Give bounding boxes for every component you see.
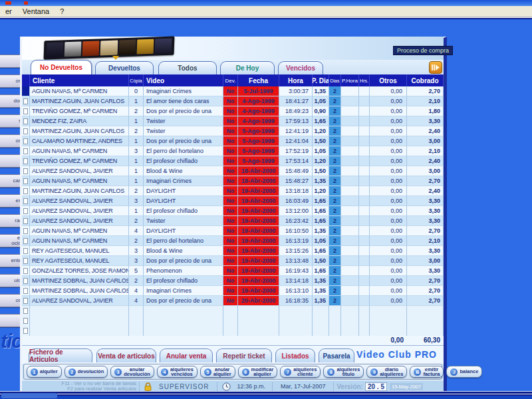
row-selector[interactable] [22,276,30,286]
table-row[interactable]: REY AGATESEGUI, MANUEL 3 Dos por el prec… [22,256,444,266]
table-row[interactable]: AGUIN NAVAS, Mª CARMEN 4 DAYLIGHT No 19-… [22,226,444,236]
module-tab[interactable]: Fichero de Articulos [29,348,92,362]
row-selector[interactable] [22,86,30,96]
row-selector-checkbox[interactable] [23,98,28,104]
row-selector-checkbox[interactable] [23,148,28,154]
row-selector[interactable] [22,236,30,246]
row-selector-checkbox[interactable] [23,328,28,334]
row-selector-checkbox[interactable] [23,228,28,234]
action-button[interactable]: 3 anular devolución [110,366,154,378]
table-row[interactable]: MARTINEZ SOBRAL, JUAN CARLOS 2 El profes… [22,276,444,286]
menu-item[interactable]: Ventana [17,7,55,16]
row-selector[interactable] [22,126,30,136]
row-selector[interactable] [22,106,30,116]
module-tab[interactable]: Pasarela [319,348,354,362]
fast-forward-button[interactable] [429,61,442,74]
row-selector[interactable] [22,186,30,196]
row-selector-checkbox[interactable] [23,108,28,114]
filter-tab[interactable]: Todos [158,61,217,74]
table-row[interactable]: AGUIN NAVAS, Mª CARMEN 0 Imaginari Crime… [22,86,444,96]
row-selector-checkbox[interactable] [23,288,28,294]
row-selector-checkbox[interactable] [23,158,28,164]
row-selector[interactable] [22,286,30,296]
row-selector-checkbox[interactable] [23,258,28,264]
row-selector[interactable] [22,296,30,306]
table-row[interactable]: AGUIN NAVAS, Mª CARMEN 2 El perro del ho… [22,236,444,246]
row-selector-checkbox[interactable] [23,298,28,304]
row-selector[interactable] [22,96,30,106]
action-button[interactable]: 6 modificar alquiler [238,366,278,378]
row-selector-checkbox[interactable] [23,188,28,194]
row-selector-checkbox[interactable] [23,278,28,284]
table-row[interactable]: MARTINEZ AGUIN, JUAN CARLOS 2 DAYLIGHT N… [22,186,444,196]
action-button[interactable]: 9 diario alquileres [366,366,407,378]
row-selector-checkbox[interactable] [23,168,28,174]
action-button[interactable]: 4 alquileres vencidos [157,366,198,378]
table-row[interactable]: MARTINEZ AGUIN, JUAN CARLOS 2 Twister No… [22,126,444,136]
row-selector-checkbox[interactable] [23,138,28,144]
row-selector-checkbox[interactable] [23,268,28,274]
table-row[interactable]: ALVAREZ SANDOVAL, JAVIER 4 Dos por el pr… [22,296,444,306]
module-tab[interactable]: Listados [275,348,315,362]
cell-hora: 16:19:43 [279,266,313,276]
menu-item[interactable]: er [0,7,17,16]
row-selector[interactable] [22,256,30,266]
row-selector[interactable] [22,206,30,216]
table-row[interactable]: ALVAREZ SANDOVAL, JAVIER 1 El profesor c… [22,206,444,216]
table-row[interactable]: MENDEZ FIZ, ZAIRA 1 Twister No 4-Ago-199… [22,116,444,126]
row-selector[interactable] [22,146,30,156]
row-selector[interactable] [22,266,30,276]
row-selector[interactable] [22,116,30,126]
table-row[interactable]: ALVAREZ SANDOVAL, JAVIER 3 DAYLIGHT No 1… [22,196,444,206]
table-row[interactable]: MARTINEZ SOBRAL, JUAN CARLOS 4 Imaginari… [22,286,444,296]
menu-item[interactable]: ? [55,7,69,16]
table-row[interactable]: TREVIÑO GOMEZ, Mª CARMEN 1 El profesor c… [22,156,444,166]
table-row[interactable]: CALAMARO MARTINEZ, ANDRES 1 Dos por el p… [22,136,444,146]
module-tab[interactable]: Repetir ticket [216,348,272,362]
table-row[interactable]: MARTINEZ AGUIN, JUAN CARLOS 1 El amor ti… [22,96,444,106]
action-button[interactable]: 8 alquileres titulo [323,366,364,378]
row-selector[interactable] [22,176,30,186]
row-selector-checkbox[interactable] [23,128,28,134]
row-selector-checkbox[interactable] [23,208,28,214]
table-row[interactable]: AGUIN NAVAS, Mª CARMEN 1 Imaginari Crime… [22,176,444,186]
row-selector[interactable] [22,216,30,226]
row-selector-checkbox[interactable] [23,178,28,184]
window-titlebar[interactable] [0,0,532,6]
action-button[interactable]: 2 devolución [65,366,108,378]
table-row[interactable]: ALVAREZ SANDOVAL, JAVIER 1 Blood & Wine … [22,166,444,176]
row-selector[interactable] [22,136,30,146]
row-selector-checkbox[interactable] [23,218,28,224]
table-row[interactable]: GONZALEZ TORRES, JOSE RAMON 5 Phenomenon… [22,266,444,276]
row-selector[interactable] [22,196,30,206]
filter-tab[interactable]: De Hoy [220,61,275,74]
table-row[interactable]: TREVIÑO GOMEZ, Mª CARMEN 2 Dos por el pr… [22,106,444,116]
table-row[interactable]: ALVAREZ SANDOVAL, JAVIER 2 Twister No 19… [22,216,444,226]
row-selector-checkbox[interactable] [23,198,28,204]
action-button[interactable]: 7 alquileres cliente [280,366,321,378]
row-selector[interactable] [22,156,30,166]
filter-tab[interactable]: Vencidos [278,61,323,74]
filter-tab[interactable]: Devueltos [95,61,154,74]
version-date: 15-May-2007 [390,383,423,390]
table-row[interactable]: REY AGATESEGUI, MANUEL 3 Blood & Wine No… [22,246,444,256]
row-selector-checkbox[interactable] [23,238,28,244]
row-selector[interactable] [22,246,30,256]
module-tab[interactable]: Anular venta [160,348,213,362]
row-selector-checkbox[interactable] [23,118,28,124]
action-button[interactable]: 1 alquiler [27,366,62,378]
action-button[interactable]: J balance [446,366,482,378]
row-selector-checkbox[interactable] [23,318,28,324]
row-selector-checkbox[interactable] [23,308,28,314]
action-button[interactable]: B emitir factura [410,366,444,378]
row-selector-checkbox[interactable] [23,248,28,254]
app-window: Proceso de compra No DevueltosDevueltosT… [20,37,447,391]
action-button[interactable]: 5 anular alquiler [200,366,235,378]
cell-phora [341,126,359,136]
filter-tab[interactable]: No Devueltos [31,60,92,74]
row-selector[interactable] [22,166,30,176]
row-selector[interactable] [22,226,30,236]
table-row[interactable]: AGUIN NAVAS, Mª CARMEN 3 El perro del ho… [22,146,444,156]
module-tab[interactable]: Venta de articulos [96,348,156,362]
cell-fecha: 18-Abr-2000 [238,166,279,176]
